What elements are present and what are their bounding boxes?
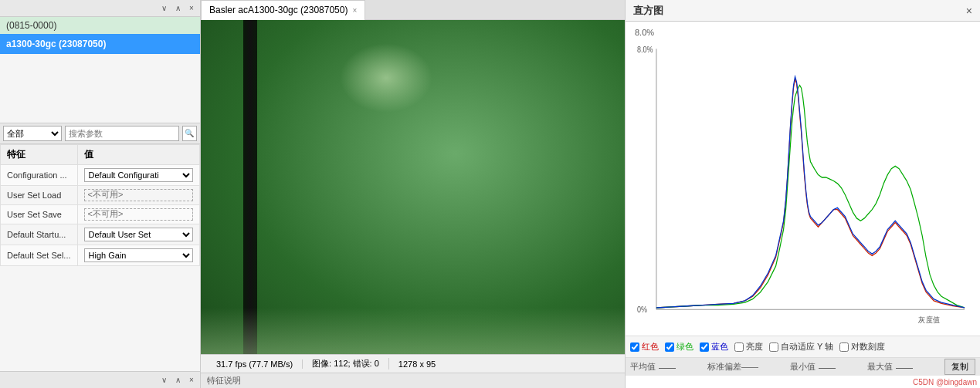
feature-value-defaultstartup[interactable]: Default User Set — [77, 224, 199, 245]
feature-value-config[interactable]: Default Configurati — [77, 164, 199, 185]
stat-min-value: —— — [819, 363, 836, 372]
svg-text:8.0%: 8.0% — [637, 45, 653, 54]
checkbox-label-logscale: 对数刻度 — [851, 341, 885, 353]
minimize-icon[interactable]: ∨ — [158, 3, 169, 14]
config-select[interactable]: Default Configurati — [84, 168, 193, 182]
feature-name-defaultset: Default Set Sel... — [1, 245, 78, 265]
feature-name-usersave: User Set Save — [1, 204, 78, 224]
center-panel: Basler acA1300-30gc (23087050) × 31.7 fp… — [201, 0, 625, 388]
userload-input[interactable] — [84, 189, 193, 201]
checkbox-label-red: 红色 — [642, 341, 659, 353]
stat-min: 最小值 —— — [790, 361, 836, 373]
table-row: Configuration ... Default Configurati — [1, 164, 200, 185]
histogram-y-max: 8.0% — [635, 28, 654, 37]
defaultstartup-select[interactable]: Default User Set — [84, 228, 193, 241]
histogram-stats: 平均值 —— 标准偏差—— 最小值 —— 最大值 —— 复制 — [626, 357, 980, 376]
checkbox-label-brightness: 亮度 — [746, 341, 763, 353]
close-icon[interactable]: × — [186, 3, 197, 14]
checkbox-group-blue: 蓝色 — [700, 341, 728, 353]
table-row: Default Startu... Default User Set — [1, 224, 200, 245]
histogram-close-icon[interactable]: × — [966, 5, 972, 17]
watermark-text: C5DN @bingdawn — [913, 378, 977, 386]
feature-name-config: Configuration ... — [1, 164, 78, 185]
param-toolbar: 全部 🔍 — [0, 123, 200, 144]
desc-text: 特征说明 — [207, 375, 241, 386]
col-header-feature: 特征 — [1, 144, 78, 164]
camera-tab-close-icon[interactable]: × — [352, 6, 357, 15]
table-row: User Set Save — [1, 204, 200, 224]
param-search-button[interactable]: 🔍 — [182, 126, 197, 141]
checkbox-label-autoy: 自动适应 Y 轴 — [781, 341, 833, 353]
camera-tab[interactable]: Basler acA1300-30gc (23087050) × — [201, 0, 365, 20]
param-bar-bottom: ∨ ∧ × — [0, 371, 200, 388]
feature-name-userload: User Set Load — [1, 185, 78, 204]
camera-image-area — [201, 20, 625, 354]
feature-value-usersave — [77, 204, 199, 224]
checkbox-label-green: 绿色 — [677, 341, 693, 353]
left-panel: ∨ ∧ × (0815-0000) a1300-30gc (23087050) … — [0, 0, 201, 388]
stat-max-value: —— — [896, 363, 913, 372]
status-image: 图像: 112; 错误: 0 — [303, 358, 389, 369]
checkbox-group-green: 绿色 — [665, 341, 693, 353]
maximize-icon[interactable]: ∧ — [172, 3, 183, 14]
stat-max-label: 最大值 — [867, 361, 893, 373]
status-resolution: 1278 x 95 — [389, 359, 445, 369]
checkbox-autoy[interactable] — [769, 342, 778, 352]
camera-image — [201, 20, 625, 354]
left-top-bar: ∨ ∧ × — [0, 0, 200, 17]
checkbox-blue[interactable] — [700, 342, 709, 352]
stat-max: 最大值 —— — [867, 361, 913, 373]
checkbox-green[interactable] — [665, 342, 674, 352]
checkbox-logscale[interactable] — [839, 342, 849, 352]
stat-mean-value: —— — [659, 363, 676, 372]
checkbox-brightness[interactable] — [734, 342, 744, 352]
bottom-close-icon[interactable]: × — [186, 375, 197, 386]
stat-stddev-label: 标准偏差—— — [707, 361, 758, 373]
checkbox-group-autoy: 自动适应 Y 轴 — [769, 341, 833, 353]
checkbox-group-red: 红色 — [630, 341, 659, 353]
feature-value-userload — [77, 185, 199, 204]
checkbox-group-logscale: 对数刻度 — [839, 341, 885, 353]
histogram-controls: 红色 绿色 蓝色 亮度 自动适应 Y 轴 对数刻度 — [626, 336, 980, 357]
table-row: Default Set Sel... High Gain — [1, 245, 200, 265]
device-item-0815[interactable]: (0815-0000) — [0, 17, 200, 34]
checkbox-label-blue: 蓝色 — [711, 341, 728, 353]
status-bar: 31.7 fps (77.7 MB/s) 图像: 112; 错误: 0 1278… — [201, 354, 625, 373]
camera-bright-spot — [340, 43, 432, 113]
bottom-maximize-icon[interactable]: ∧ — [172, 375, 183, 386]
stat-stddev: 标准偏差—— — [707, 361, 758, 373]
stat-mean-label: 平均值 — [630, 361, 656, 373]
camera-tab-bar: Basler acA1300-30gc (23087050) × — [201, 0, 625, 20]
watermark-bar: C5DN @bingdawn — [626, 376, 980, 388]
svg-text:0%: 0% — [637, 305, 647, 314]
defaultset-select[interactable]: High Gain — [84, 248, 193, 262]
device-item-30gc[interactable]: a1300-30gc (23087050) — [0, 34, 200, 54]
bottom-minimize-icon[interactable]: ∨ — [158, 375, 169, 386]
table-row: User Set Load — [1, 185, 200, 204]
camera-light-bottom — [201, 308, 625, 354]
app-container: ∨ ∧ × (0815-0000) a1300-30gc (23087050) … — [0, 0, 980, 388]
histogram-panel: 直方图 × 8.0% 8.0% 0% 灰度值 — [625, 0, 980, 388]
param-search-input[interactable] — [65, 126, 179, 141]
camera-tab-label: Basler acA1300-30gc (23087050) — [209, 5, 348, 15]
camera-dark-stripe — [243, 20, 257, 354]
device-list: (0815-0000) a1300-30gc (23087050) — [0, 17, 200, 123]
feature-table: 特征 值 Configuration ... Default Configura… — [0, 144, 200, 266]
stat-min-label: 最小值 — [790, 361, 816, 373]
histogram-title: 直方图 — [633, 4, 663, 18]
stat-mean: 平均值 —— — [630, 361, 676, 373]
col-header-value: 值 — [77, 144, 199, 164]
status-fps: 31.7 fps (77.7 MB/s) — [207, 359, 303, 369]
checkbox-group-brightness: 亮度 — [734, 341, 763, 353]
histogram-chart-area: 8.0% 8.0% 0% 灰度值 — [626, 22, 980, 336]
feature-value-defaultset[interactable]: High Gain — [77, 245, 199, 265]
param-category-dropdown[interactable]: 全部 — [3, 126, 62, 141]
usersave-input[interactable] — [84, 208, 193, 221]
feature-name-defaultstartup: Default Startu... — [1, 224, 78, 245]
histogram-svg: 8.0% 0% 灰度值 — [633, 40, 972, 336]
svg-text:灰度值: 灰度值 — [918, 315, 940, 325]
copy-button[interactable]: 复制 — [944, 359, 975, 375]
histogram-title-bar: 直方图 × — [626, 0, 980, 22]
checkbox-red[interactable] — [630, 342, 639, 352]
desc-bar: 特征说明 — [201, 373, 625, 388]
